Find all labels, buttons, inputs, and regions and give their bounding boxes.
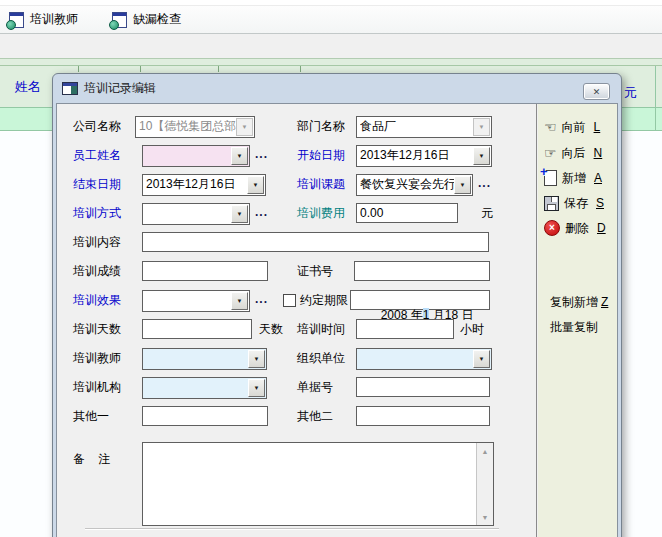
- institution-combo[interactable]: ▼: [142, 377, 267, 399]
- close-icon: ✕: [593, 87, 601, 97]
- end-date-label: 结束日期: [73, 174, 121, 194]
- teacher-combo[interactable]: ▼: [142, 348, 267, 370]
- close-button[interactable]: ✕: [583, 83, 610, 100]
- method-lookup-button[interactable]: ...: [255, 203, 268, 223]
- grid-column-divider: [218, 66, 219, 72]
- new-record-icon: +: [544, 170, 557, 186]
- dialog-title: 培训记录编辑: [84, 80, 156, 97]
- chevron-down-icon: ▼: [248, 350, 265, 368]
- time-unit-label: 小时: [460, 319, 484, 339]
- employee-lookup-button[interactable]: ...: [255, 145, 268, 165]
- chevron-down-icon: ▼: [454, 176, 471, 194]
- dialog-client-area: 公司名称 10【德悦集团总部】 ▼ 部门名称 食品厂 ▼ 员工姓名 ▼ ... …: [56, 103, 618, 537]
- teacher-label: 培训教师: [73, 348, 121, 368]
- memo-label: 备 注: [73, 449, 110, 469]
- agreed-term-date-picker[interactable]: 2008 年1 月18 日: [350, 290, 490, 310]
- agreed-term-checkbox[interactable]: [283, 294, 296, 307]
- fee-label: 培训费用: [297, 203, 345, 223]
- hotkey: Z: [601, 295, 608, 309]
- floppy-save-icon: [544, 196, 559, 211]
- start-date-picker[interactable]: 2013年12月16日 ▼: [356, 145, 492, 167]
- employee-name-combo[interactable]: ▼: [142, 145, 250, 167]
- scroll-up-icon[interactable]: ▲: [477, 444, 493, 458]
- cert-no-input[interactable]: [354, 261, 490, 281]
- hotkey: A: [594, 171, 602, 185]
- effect-lookup-button[interactable]: ...: [255, 290, 268, 310]
- hand-right-icon: ☞: [544, 146, 557, 160]
- employee-name-label: 员工姓名: [73, 145, 121, 165]
- doc-no-input[interactable]: [356, 377, 490, 397]
- org-unit-label: 组织单位: [297, 348, 345, 368]
- hand-left-icon: ☜: [544, 120, 557, 134]
- chevron-down-icon: ▼: [247, 176, 264, 194]
- grid-column-divider: [655, 66, 656, 131]
- other2-label: 其他二: [297, 406, 333, 426]
- chevron-down-icon: ▼: [231, 205, 248, 223]
- form-globe-icon: [9, 12, 24, 28]
- toolbar-button-label: 缺漏检查: [133, 11, 181, 28]
- dialog-titlebar[interactable]: 培训记录编辑: [53, 74, 621, 103]
- batch-copy-button[interactable]: 批量复制: [550, 318, 601, 336]
- grid-column-divider: [140, 66, 141, 72]
- org-unit-combo[interactable]: ▼: [356, 348, 492, 370]
- delete-x-icon: ×: [544, 220, 560, 236]
- days-input[interactable]: [142, 319, 252, 339]
- agreed-term-label: 约定期限: [300, 290, 348, 310]
- chevron-down-icon: ▼: [248, 379, 265, 397]
- topic-lookup-button[interactable]: ...: [478, 174, 491, 194]
- hotkey: L: [594, 120, 601, 134]
- form-globe-icon: [112, 12, 127, 28]
- institution-label: 培训机构: [73, 377, 121, 397]
- copy-add-button[interactable]: 复制新增Z: [550, 293, 608, 311]
- memo-textarea[interactable]: ▲ ▼: [142, 442, 494, 526]
- department-label: 部门名称: [297, 116, 345, 136]
- time-label: 培训时间: [297, 319, 345, 339]
- grid-header-yuan: 元: [624, 84, 637, 102]
- time-input[interactable]: [356, 319, 454, 339]
- chevron-down-icon: ▼: [473, 147, 490, 165]
- add-button[interactable]: + 新增A: [544, 169, 602, 187]
- topic-combo[interactable]: 餐饮复兴宴会先行 ▼: [356, 174, 473, 196]
- background-strip: [0, 34, 662, 58]
- toolbar-button-gap-check[interactable]: 缺漏检查: [108, 8, 185, 32]
- other2-input[interactable]: [356, 406, 490, 426]
- method-label: 培训方式: [73, 203, 121, 223]
- fee-input[interactable]: 0.00: [356, 203, 458, 223]
- score-label: 培训成绩: [73, 261, 121, 281]
- chevron-down-icon: ▼: [231, 147, 248, 165]
- next-button[interactable]: ☞ 向后N: [544, 144, 602, 162]
- chevron-down-icon: ▼: [473, 350, 490, 368]
- method-combo[interactable]: ▼: [142, 203, 250, 225]
- hotkey: N: [594, 146, 603, 160]
- other1-input[interactable]: [142, 406, 268, 426]
- other1-label: 其他一: [73, 406, 109, 426]
- grid-column-divider: [78, 66, 79, 72]
- content-label: 培训内容: [73, 232, 121, 252]
- days-label: 培训天数: [73, 319, 121, 339]
- save-button[interactable]: 保存S: [544, 194, 604, 212]
- delete-button[interactable]: × 删除D: [544, 219, 606, 237]
- effect-label: 培训效果: [73, 290, 121, 310]
- form-panel: 公司名称 10【德悦集团总部】 ▼ 部门名称 食品厂 ▼ 员工姓名 ▼ ... …: [57, 104, 537, 537]
- chevron-down-icon: ▼: [236, 118, 253, 136]
- toolbar-button-training-teacher[interactable]: 培训教师: [5, 8, 82, 32]
- company-name-combo[interactable]: 10【德悦集团总部】 ▼: [135, 116, 255, 138]
- hotkey: S: [596, 196, 604, 210]
- company-name-label: 公司名称: [73, 116, 121, 136]
- fee-unit-label: 元: [481, 203, 493, 223]
- scroll-down-icon[interactable]: ▼: [477, 510, 493, 524]
- window-icon: [62, 82, 78, 95]
- prev-button[interactable]: ☜ 向前L: [544, 118, 600, 136]
- form-divider: [85, 528, 499, 529]
- cert-no-label: 证书号: [297, 261, 333, 281]
- training-record-edit-dialog: 培训记录编辑 ✕ 公司名称 10【德悦集团总部】 ▼ 部门名称 食品厂 ▼ 员工…: [52, 73, 622, 537]
- effect-combo[interactable]: ▼: [142, 290, 250, 312]
- department-combo[interactable]: 食品厂 ▼: [356, 116, 492, 138]
- days-unit-label: 天数: [259, 319, 283, 339]
- grid-header-name: 姓名: [15, 78, 41, 96]
- content-input[interactable]: [142, 232, 489, 252]
- score-input[interactable]: [142, 261, 268, 281]
- grid-column-divider: [300, 66, 301, 72]
- memo-scrollbar[interactable]: ▲ ▼: [476, 443, 493, 525]
- end-date-picker[interactable]: 2013年12月16日 ▼: [142, 174, 266, 196]
